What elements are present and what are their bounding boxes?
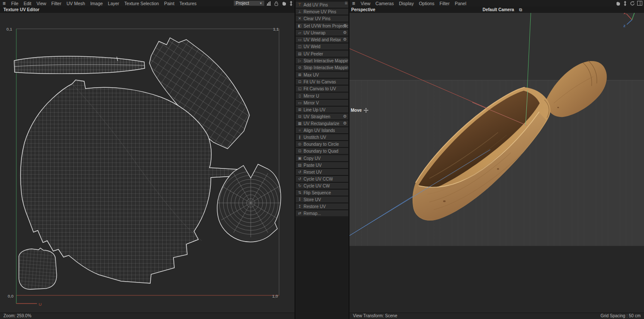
align-islands-icon: ⌗ [296, 128, 304, 133]
menu-cameras[interactable]: Cameras [373, 1, 397, 6]
command-line-up-uv[interactable]: ⊞Line Up UV [296, 107, 348, 113]
hamburger-icon[interactable]: ≡ [349, 0, 358, 6]
menu-paint[interactable]: Paint [161, 1, 177, 6]
menu-view[interactable]: View [358, 1, 373, 6]
command-restore-uv[interactable]: ↥Restore UV [296, 203, 348, 209]
cycle-cw-icon: ↻ [296, 184, 304, 188]
viewport-statusbar: View Transform: Scene Grid Spacing : 50 … [349, 313, 644, 319]
command-fit-canvas-to-uv[interactable]: ◱Fit Canvas to UV [296, 86, 348, 92]
command-label: Flip Sequence [304, 190, 331, 195]
zoom-updown-icon[interactable] [622, 1, 628, 6]
command-cycle-uv-ccw[interactable]: ↺Cycle UV CCW [296, 176, 348, 182]
uv-corner-label-00: 0,0 [8, 294, 13, 298]
command-uv-weld[interactable]: ◫UV Weld [296, 43, 348, 49]
command-label: UV Unwrap [304, 31, 325, 35]
uv-island-handle-strip[interactable] [14, 56, 145, 74]
active-tool-label: Move [351, 108, 362, 113]
clear-pins-icon: ✕ [296, 16, 304, 21]
chevron-down-icon: ▼ [259, 2, 262, 5]
uv-island-small-cap[interactable] [19, 248, 57, 289]
gear-icon[interactable]: ⚙ [343, 30, 347, 36]
uv-wireframe-svg [0, 13, 295, 313]
gear-icon[interactable]: ⚙ [343, 37, 347, 43]
viewport-3d[interactable]: X Y Z Perspective Default Camera ⧉ Move [349, 6, 644, 313]
menu-options[interactable]: Options [416, 1, 437, 6]
command-boundary-to-circle[interactable]: ◎Boundary to Circle [296, 141, 348, 147]
menu-file[interactable]: File [9, 1, 21, 6]
menu-filter[interactable]: Filter [437, 1, 452, 6]
command-uv-peeler[interactable]: ▤UV Peeler [296, 51, 348, 57]
menu-panel[interactable]: Panel [452, 1, 469, 6]
menu-textures[interactable]: Textures [177, 1, 199, 6]
menu-texture-selection[interactable]: Texture Selection [122, 1, 162, 6]
command-boundary-to-quad[interactable]: ⊡Boundary to Quad [296, 148, 348, 154]
menu-uv-mesh[interactable]: UV Mesh [64, 1, 88, 6]
gear-icon[interactable]: ⚙ [343, 23, 347, 29]
pan-hand-icon[interactable] [615, 1, 620, 6]
hamburger-icon[interactable]: ≡ [0, 0, 9, 6]
command-cycle-uv-cw[interactable]: ↻Cycle UV CW [296, 183, 348, 189]
menu-filter[interactable]: Filter [49, 1, 64, 6]
camera-flip-icon[interactable]: ⧉ [519, 7, 522, 12]
command-fit-uv-to-canvas[interactable]: ⊡Fit UV to Canvas [296, 79, 348, 85]
left-toolbar-right: Project ▼ [234, 0, 295, 6]
gear-icon[interactable]: ⚙ [343, 120, 347, 126]
command-set-uvw-from-projection[interactable]: ◧Set UVW from Projection⚙ [296, 23, 348, 29]
command-remove-uv-pins[interactable]: ⊥Remove UV Pins [296, 9, 348, 15]
histogram-icon[interactable] [266, 1, 272, 6]
command-store-uv[interactable]: ↧Store UV [296, 196, 348, 202]
viewport-menubar: ≡ ViewCamerasDisplayOptionsFilterPanel [349, 0, 644, 6]
zoom-updown-icon[interactable] [288, 1, 294, 6]
command-paste-uv[interactable]: ▤Paste UV [296, 162, 348, 168]
command-remap[interactable]: ⇄Remap... [296, 210, 348, 216]
camera-label[interactable]: Default Camera [483, 7, 514, 12]
lock-icon[interactable] [273, 1, 279, 6]
view-mode-label[interactable]: Perspective [351, 7, 375, 12]
command-add-uv-pins[interactable]: ⊤Add UV Pins [296, 2, 348, 8]
command-label: Remap... [304, 211, 321, 216]
active-tool-chip: Move [351, 108, 368, 113]
command-reset-uv[interactable]: ↺Reset UV [296, 169, 348, 175]
menu-edit[interactable]: Edit [21, 1, 34, 6]
command-uv-unwrap[interactable]: ▱UV Unwrap⚙ [296, 30, 348, 36]
scoop-3d-model[interactable] [413, 61, 607, 221]
fit-canvas-uv-icon: ◱ [296, 86, 304, 91]
command-max-uv[interactable]: ⊠Max UV [296, 72, 348, 78]
command-start-interactive-mapping[interactable]: ▷Start Interactive Mapping [296, 58, 348, 64]
menu-view[interactable]: View [34, 1, 49, 6]
command-uv-straighten[interactable]: ⊟UV Straighten⚙ [296, 113, 348, 120]
weld-icon: ◫ [296, 44, 304, 49]
command-label: Start Interactive Mapping [304, 58, 348, 63]
grid-spacing-readout: Grid Spacing : 50 cm [601, 313, 641, 319]
menu-display[interactable]: Display [396, 1, 416, 6]
command-uv-weld-and-relax[interactable]: ▭UV Weld and Relax⚙ [296, 37, 348, 43]
command-label: Boundary to Circle [304, 142, 339, 147]
orbit-rotate-icon[interactable] [629, 1, 635, 6]
command-unstitch-uv[interactable]: ∦Unstitch UV [296, 134, 348, 140]
gear-icon[interactable]: ⚙ [343, 113, 347, 120]
pan-hand-icon[interactable] [281, 1, 286, 6]
command-label: Clear UV Pins [304, 16, 331, 21]
command-label: Cycle UV CW [304, 184, 330, 188]
command-clear-uv-pins[interactable]: ✕Clear UV Pins [296, 15, 348, 21]
command-flip-sequence[interactable]: ⇅Flip Sequence [296, 190, 348, 196]
menu-image[interactable]: Image [88, 1, 105, 6]
window-layout-icon[interactable] [637, 1, 642, 6]
command-mirror-v[interactable]: ▭Mirror V [296, 100, 348, 106]
command-label: Set UVW from Projection [304, 24, 348, 28]
cycle-ccw-icon: ↺ [296, 177, 304, 181]
command-copy-uv[interactable]: ▣Copy UV [296, 155, 348, 161]
panel-menu-icon[interactable]: ≣ [344, 1, 348, 5]
menu-layer[interactable]: Layer [105, 1, 122, 6]
command-label: Add UV Pins [304, 3, 328, 7]
command-stop-interactive-mapping[interactable]: ⊘Stop Interactive Mapping [296, 64, 348, 71]
command-label: Restore UV [304, 204, 326, 209]
left-menubar: ≡ FileEditViewFilterUV MeshImageLayerTex… [0, 0, 295, 6]
uv-editor-canvas[interactable]: 0,1 1,1 0,0 1,0 U [0, 13, 295, 313]
command-align-uv-islands[interactable]: ⌗Align UV Islands [296, 127, 348, 133]
command-label: UV Straighten [304, 114, 330, 119]
project-select[interactable]: Project ▼ [234, 0, 264, 6]
command-uv-rectangularize[interactable]: ▦UV Rectangularize⚙ [296, 120, 348, 126]
command-mirror-u[interactable]: ▯Mirror U [296, 93, 348, 99]
lineup-icon: ⊞ [296, 107, 304, 112]
